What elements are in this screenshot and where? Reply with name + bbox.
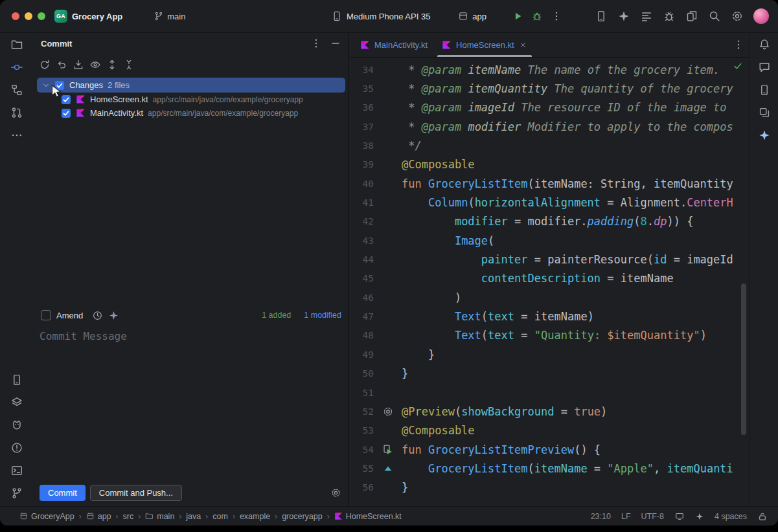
file-checkbox-checked[interactable] (61, 108, 71, 118)
code-line[interactable]: 34 * @param itemName The name of the gro… (349, 60, 749, 79)
code-line[interactable]: 55 GroceryListItem(itemName = "Apple", i… (349, 459, 749, 478)
code-text[interactable]: @Preview(showBackground = true) (402, 405, 749, 418)
line-number[interactable]: 34 (349, 65, 374, 75)
minimize-window-button[interactable] (25, 12, 32, 20)
code-text[interactable]: fun GroceryListItem(itemName: String, it… (402, 177, 749, 190)
code-line[interactable]: 52@Preview(showBackground = true) (349, 402, 749, 421)
deploy-preview-gutter[interactable] (374, 463, 402, 474)
generate-message-sparkle-icon[interactable] (108, 310, 119, 321)
gradle-icon[interactable] (758, 106, 771, 119)
editor-options-kebab-icon[interactable] (733, 39, 744, 50)
code-text[interactable]: } (402, 481, 749, 494)
zoom-window-button[interactable] (38, 12, 45, 20)
commit-settings-gear-icon[interactable] (330, 487, 341, 498)
logcat-icon[interactable] (640, 10, 653, 23)
project-icon[interactable] (10, 38, 23, 51)
code-text[interactable]: */ (402, 139, 749, 152)
commit-icon[interactable] (10, 61, 23, 74)
code-line[interactable]: 37 * @param modifier Modifier to apply t… (349, 117, 749, 136)
chevron-down-icon[interactable] (42, 82, 50, 89)
close-window-button[interactable] (12, 12, 19, 20)
line-separator[interactable]: LF (621, 512, 631, 521)
line-number[interactable]: 36 (349, 102, 374, 113)
line-number[interactable]: 52 (349, 406, 374, 417)
code-text[interactable]: Image( (402, 234, 749, 247)
avatar[interactable] (753, 8, 769, 24)
code-line[interactable]: 36 * @param imageId The resource ID of t… (349, 98, 749, 117)
line-number[interactable]: 44 (349, 254, 374, 265)
close-tab-icon[interactable] (519, 41, 527, 49)
code-text[interactable]: @Composable (402, 158, 749, 171)
code-line[interactable]: 48 Text(text = "Quantity: $itemQuantity"… (349, 326, 749, 345)
line-number[interactable]: 42 (349, 216, 374, 227)
code-line[interactable]: 46 ) (349, 288, 749, 307)
code-text[interactable]: GroceryListItem(itemName = "Apple", item… (402, 462, 749, 475)
preview-settings-icon[interactable] (382, 406, 394, 417)
code-text[interactable]: * @param modifier Modifier to apply to t… (402, 120, 749, 133)
amend-checkbox[interactable] (41, 310, 51, 320)
problems-icon[interactable] (10, 441, 23, 454)
file-encoding[interactable]: UTF-8 (641, 512, 664, 521)
code-text[interactable]: ) (402, 291, 749, 304)
sparkle-icon[interactable] (695, 512, 704, 521)
code-text[interactable]: contentDescription = itemName (402, 272, 749, 285)
line-number[interactable]: 43 (349, 236, 374, 246)
line-number[interactable]: 53 (349, 425, 374, 436)
branch-widget[interactable]: main (150, 8, 201, 24)
code-text[interactable]: fun GroceryListItemPreview() { (402, 443, 749, 456)
notifications-icon[interactable] (758, 38, 771, 51)
deploy-preview-icon[interactable] (382, 463, 394, 474)
code-text[interactable]: * @param imageId The resource ID of the … (402, 101, 749, 114)
line-number[interactable]: 48 (349, 330, 374, 340)
code-line[interactable]: 43 Image( (349, 231, 749, 250)
run-icon[interactable] (512, 10, 523, 22)
breadcrumb-item[interactable]: app (86, 512, 111, 521)
code-text[interactable]: * @param itemName The name of the grocer… (402, 63, 749, 76)
lock-icon[interactable] (757, 511, 768, 522)
indent-setting[interactable]: 4 spaces (715, 512, 747, 521)
line-number[interactable]: 40 (349, 179, 374, 189)
cursor-position[interactable]: 23:10 (591, 512, 611, 521)
editor-scrollbar[interactable] (741, 283, 746, 435)
code-text[interactable]: painter = painterResource(id = imageId (402, 253, 749, 266)
ask-gemini-icon[interactable] (617, 10, 630, 23)
line-number[interactable]: 46 (349, 293, 374, 303)
line-number[interactable]: 54 (349, 445, 374, 455)
code-area[interactable]: 34 * @param itemName The name of the gro… (349, 57, 749, 506)
code-line[interactable]: 56} (349, 478, 749, 497)
search-icon[interactable] (708, 10, 721, 23)
line-number[interactable]: 49 (349, 349, 374, 360)
device-manager-icon[interactable] (685, 10, 698, 23)
running-devices-icon[interactable] (10, 373, 23, 386)
terminal-icon[interactable] (10, 464, 23, 477)
code-line[interactable]: 47 Text(text = itemName) (349, 307, 749, 326)
shelve-icon[interactable] (72, 58, 85, 71)
code-line[interactable]: 51 (349, 383, 749, 402)
device-explorer-icon[interactable] (758, 83, 771, 96)
breadcrumb-item[interactable]: src (123, 512, 134, 521)
gemini-icon[interactable] (758, 129, 771, 142)
structure-icon[interactable] (10, 83, 23, 96)
tab-homescreen-kt[interactable]: HomeScreen.kt (435, 32, 534, 57)
settings-icon[interactable] (731, 10, 744, 23)
changed-file-row[interactable]: HomeScreen.ktapp/src/main/java/com/examp… (34, 93, 348, 106)
code-line[interactable]: 42 modifier = modifier.padding(8.dp)) { (349, 212, 749, 231)
assistant-icon[interactable] (758, 61, 771, 74)
line-number[interactable]: 37 (349, 122, 374, 132)
pull-requests-icon[interactable] (10, 106, 23, 119)
version-control-icon[interactable] (10, 487, 23, 500)
code-line[interactable]: 40fun GroceryListItem(itemName: String, … (349, 174, 749, 193)
monitor-icon[interactable] (674, 511, 685, 522)
line-number[interactable]: 47 (349, 311, 374, 322)
code-line[interactable]: 54fun GroceryListItemPreview() { (349, 440, 749, 459)
changes-group-row[interactable]: Changes 2 files (37, 78, 345, 93)
rollback-icon[interactable] (55, 58, 68, 71)
line-number[interactable]: 38 (349, 140, 374, 151)
collapse-all-icon[interactable] (122, 58, 135, 71)
code-line[interactable]: 50} (349, 364, 749, 383)
options-kebab-icon[interactable] (310, 38, 322, 49)
code-text[interactable]: } (402, 348, 749, 361)
inspections-ok-icon[interactable] (733, 61, 743, 71)
code-line[interactable]: 45 contentDescription = itemName (349, 269, 749, 288)
expand-all-icon[interactable] (106, 58, 119, 71)
